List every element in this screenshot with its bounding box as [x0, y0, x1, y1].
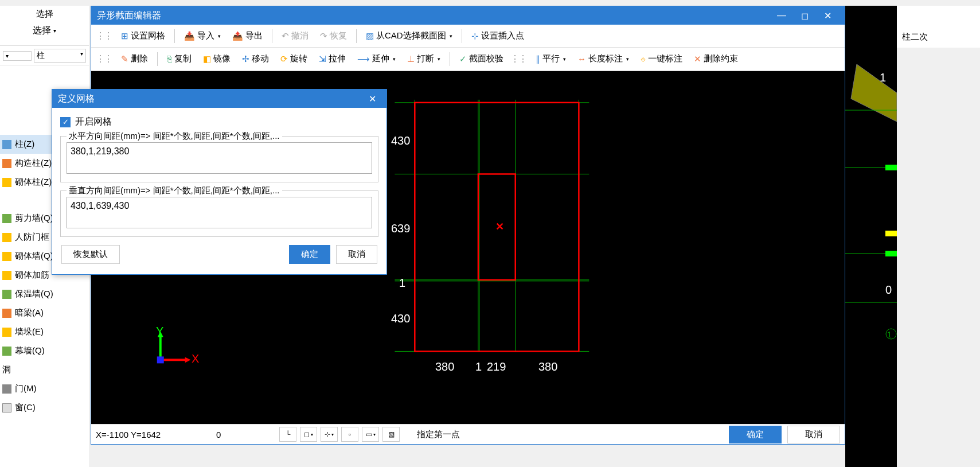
svg-rect-21 — [885, 165, 897, 170]
h-dim-1: 380 — [435, 360, 454, 373]
stretch-button[interactable]: ⇲拉伸 — [314, 51, 350, 67]
set-grid-button[interactable]: ⊞设置网格 — [116, 28, 170, 44]
v-dim-1: 430 — [391, 134, 410, 147]
redo-button[interactable]: ↷恢复 — [315, 28, 352, 44]
import-button[interactable]: 📥导入▾ — [179, 28, 225, 44]
status-bar: X=-1100 Y=1642 0 └ ◻ ⊹ ▫ ▭ ▧ 指定第一点 确定 取消 — [91, 424, 845, 444]
filter-dropdown-1[interactable] — [3, 51, 32, 61]
secondary-tab[interactable]: 柱二次 — [900, 9, 977, 45]
door-icon — [2, 384, 11, 394]
right-3d-view[interactable]: 1 0 1 — [845, 6, 897, 467]
dialog-title: 定义网格 — [58, 93, 95, 105]
filter-dropdown-2[interactable]: 柱 — [34, 49, 86, 63]
wall-icon — [2, 252, 11, 261]
axis-y-label: Y — [156, 325, 163, 338]
v-spacing-label: 垂直方向间距(mm)=> 间距*个数,间距,间距*个数,间距,... — [67, 185, 282, 196]
validate-button[interactable]: ✓截面校验 — [455, 51, 508, 67]
v-dim-4: 430 — [391, 312, 410, 325]
tree-item-door[interactable]: 门(M) — [0, 379, 89, 398]
h-spacing-label: 水平方向间距(mm)=> 间距*个数,间距,间距*个数,间距,... — [67, 131, 282, 142]
h-dim-2: 1 — [475, 360, 482, 373]
beam-icon — [2, 309, 11, 318]
window-icon — [2, 403, 11, 412]
break-button[interactable]: ⊥打断▾ — [403, 51, 445, 67]
editor-titlebar[interactable]: 异形截面编辑器 — ◻ ✕ — [91, 6, 845, 25]
delete-button[interactable]: ✎删除 — [116, 51, 153, 67]
snap-tool-4[interactable]: ▫ — [341, 427, 358, 442]
svg-rect-24 — [885, 251, 897, 256]
h-spacing-input[interactable] — [67, 142, 372, 174]
grip-icon: ⋮⋮ — [96, 53, 112, 64]
tree-item-window[interactable]: 窗(C) — [0, 398, 89, 417]
grip-icon: ⋮⋮ — [510, 53, 526, 64]
copy-button[interactable]: ⎘复制 — [162, 51, 196, 67]
struct-icon — [2, 159, 11, 168]
toolbar-edit: ⋮⋮ ✎删除 ⎘复制 ◧镜像 ✢移动 ⟳旋转 ⇲拉伸 ⟶延伸▾ ⊥打断▾ ✓截面… — [91, 48, 845, 71]
mirror-button[interactable]: ◧镜像 — [198, 51, 235, 67]
coords-display: X=-1100 Y=1642 — [96, 430, 210, 439]
dialog-cancel-button[interactable]: 取消 — [336, 245, 377, 264]
svg-text:1: 1 — [880, 71, 886, 84]
extend-button[interactable]: ⟶延伸▾ — [353, 51, 400, 67]
tree-item-wall-pier[interactable]: 墙垛(E) — [0, 322, 89, 341]
tree-item-insulation-wall[interactable]: 保温墙(Q) — [0, 285, 89, 303]
svg-marker-16 — [185, 357, 191, 363]
filter-row: 柱 — [0, 46, 89, 66]
del-constraint-button[interactable]: ✕删除约束 — [689, 51, 743, 67]
h-dim-3: 219 — [487, 360, 506, 373]
minimize-button[interactable]: — — [770, 7, 793, 24]
dialog-close-button[interactable]: ✕ — [364, 91, 381, 107]
pillar-icon — [2, 140, 11, 149]
editor-title: 异形截面编辑器 — [97, 10, 161, 22]
move-button[interactable]: ✢移动 — [237, 51, 274, 67]
snap-tool-3[interactable]: ⊹ — [321, 427, 338, 442]
snap-tool-6[interactable]: ▧ — [382, 427, 400, 442]
restore-default-button[interactable]: 恢复默认 — [61, 245, 120, 264]
set-insert-button[interactable]: ⊹设置插入点 — [467, 28, 529, 44]
curtain-icon — [2, 347, 11, 356]
enable-grid-checkbox[interactable]: ✓ 开启网格 — [60, 116, 378, 128]
rebar-icon — [2, 271, 11, 280]
select-header: 选择 — [3, 9, 86, 20]
parallel-button[interactable]: ∥平行▾ — [531, 51, 571, 67]
axis-x-label: X — [192, 352, 199, 365]
status-ok-button[interactable]: 确定 — [729, 426, 782, 443]
one-click-dim-button[interactable]: ⟐一键标注 — [636, 51, 687, 67]
wall-icon — [2, 214, 11, 223]
far-right-panel: 柱二次 — [897, 6, 980, 48]
grip-icon: ⋮⋮ — [96, 30, 112, 41]
dialog-titlebar[interactable]: 定义网格 ✕ — [52, 89, 386, 108]
tree-item-hidden-beam[interactable]: 暗梁(A) — [0, 303, 89, 322]
status-cancel-button[interactable]: 取消 — [787, 426, 840, 443]
h-dim-4: 380 — [538, 360, 557, 373]
rotate-button[interactable]: ⟳旋转 — [276, 51, 312, 67]
command-prompt: 指定第一点 — [417, 429, 460, 440]
undo-button[interactable]: ↶撤消 — [277, 28, 313, 44]
v-spacing-input[interactable] — [67, 197, 372, 228]
dialog-ok-button[interactable]: 确定 — [289, 245, 330, 264]
snap-tool-2[interactable]: ◻ — [300, 427, 317, 442]
svg-rect-22 — [885, 231, 897, 236]
grid-dialog: 定义网格 ✕ ✓ 开启网格 水平方向间距(mm)=> 间距*个数,间距,间距*个… — [52, 89, 387, 275]
maximize-button[interactable]: ◻ — [793, 7, 816, 24]
from-cad-button[interactable]: ▨从CAD选择截面图▾ — [361, 28, 457, 44]
select-dropdown[interactable]: 选择 — [3, 22, 86, 39]
snap-tool-1[interactable]: └ — [279, 427, 296, 442]
snap-tool-5[interactable]: ▭ — [362, 427, 379, 442]
masonry-icon — [2, 178, 11, 187]
insul-icon — [2, 290, 11, 299]
v-dim-2: 639 — [391, 222, 410, 235]
svg-text:0: 0 — [885, 283, 892, 296]
export-button[interactable]: 📤导出 — [228, 28, 267, 44]
toolbar-main: ⋮⋮ ⊞设置网格 📥导入▾ 📤导出 ↶撤消 ↷恢复 ▨从CAD选择截面图▾ ⊹设… — [91, 25, 845, 48]
status-zero: 0 — [216, 430, 262, 439]
svg-text:✕: ✕ — [495, 221, 504, 232]
tree-item-curtain-wall[interactable]: 幕墙(Q) — [0, 341, 89, 360]
svg-text:1: 1 — [887, 330, 892, 339]
close-button[interactable]: ✕ — [816, 7, 839, 24]
select-group: 选择 选择 — [0, 6, 89, 46]
svg-marker-18 — [851, 64, 897, 122]
dim-length-button[interactable]: ↔长度标注▾ — [573, 51, 634, 67]
tree-item-hole[interactable]: 洞 — [0, 360, 89, 379]
svg-rect-17 — [157, 356, 164, 363]
